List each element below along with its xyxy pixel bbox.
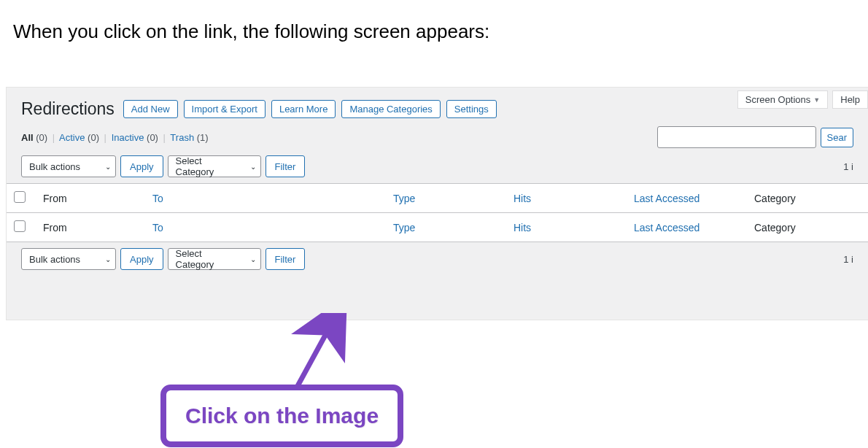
- col-last-accessed[interactable]: Last Accessed: [627, 184, 747, 213]
- annotation-layer: Click on the Image: [0, 320, 868, 448]
- learn-more-button[interactable]: Learn More: [271, 100, 336, 118]
- bulk-actions-select-bottom[interactable]: Bulk actions ⌄: [21, 248, 116, 270]
- filter-trash[interactable]: Trash: [170, 132, 194, 143]
- import-export-button[interactable]: Import & Export: [184, 100, 266, 118]
- category-select-label: Select Category: [176, 155, 243, 177]
- col-type-footer[interactable]: Type: [386, 213, 506, 242]
- callout-box: Click on the Image: [160, 385, 403, 447]
- col-from-footer[interactable]: From: [36, 213, 145, 242]
- filter-active[interactable]: Active: [59, 132, 85, 143]
- search-area: Sear: [657, 126, 853, 148]
- filter-inactive-count: (0): [147, 132, 158, 143]
- bulk-actions-select[interactable]: Bulk actions ⌄: [21, 155, 116, 177]
- select-all-header: [7, 184, 36, 213]
- screen-options-button[interactable]: Screen Options ▼: [737, 90, 829, 109]
- screen-options-label: Screen Options: [745, 94, 811, 105]
- category-select-label-bottom: Select Category: [176, 248, 243, 270]
- apply-button-top[interactable]: Apply: [120, 155, 163, 177]
- search-button[interactable]: Sear: [821, 128, 853, 147]
- manage-categories-button[interactable]: Manage Categories: [341, 100, 440, 118]
- help-button[interactable]: Help: [832, 90, 868, 109]
- item-count-bottom: 1 i: [843, 254, 853, 265]
- settings-button[interactable]: Settings: [446, 100, 497, 118]
- col-to[interactable]: To: [145, 184, 386, 213]
- add-new-button[interactable]: Add New: [123, 100, 178, 118]
- help-label: Help: [840, 94, 860, 105]
- admin-panel: Screen Options ▼ Help Redirections Add N…: [6, 87, 868, 320]
- page-title: Redirections: [21, 99, 115, 119]
- status-filters: All (0) | Active (0) | Inactive (0) | Tr…: [21, 132, 209, 143]
- col-from[interactable]: From: [36, 184, 145, 213]
- table-header-row: From To Type Hits Last Accessed Category: [7, 184, 868, 213]
- separator: |: [50, 132, 57, 143]
- arrow-icon: [284, 313, 350, 393]
- filter-button-top[interactable]: Filter: [266, 155, 306, 177]
- intro-text: When you click on the link, the followin…: [0, 0, 868, 43]
- chevron-down-icon: ⌄: [250, 255, 256, 263]
- redirections-table: From To Type Hits Last Accessed Category…: [7, 183, 868, 242]
- chevron-down-icon: ⌄: [250, 163, 256, 171]
- filter-active-count: (0): [88, 132, 99, 143]
- spacer: [7, 276, 868, 320]
- bulk-actions-label-bottom: Bulk actions: [29, 254, 80, 265]
- category-select-bottom[interactable]: Select Category ⌄: [168, 248, 261, 270]
- separator: |: [102, 132, 109, 143]
- top-right-tabs: Screen Options ▼ Help: [737, 90, 868, 109]
- chevron-down-icon: ⌄: [105, 255, 111, 263]
- col-to-footer[interactable]: To: [145, 213, 386, 242]
- select-all-checkbox[interactable]: [14, 191, 26, 203]
- filter-all[interactable]: All: [21, 132, 34, 143]
- caret-down-icon: ▼: [813, 96, 820, 104]
- col-hits[interactable]: Hits: [506, 184, 627, 213]
- col-last-accessed-footer[interactable]: Last Accessed: [627, 213, 747, 242]
- chevron-down-icon: ⌄: [105, 163, 111, 171]
- select-all-footer-cell: [7, 213, 36, 242]
- separator: |: [161, 132, 168, 143]
- item-count-top: 1 i: [843, 161, 853, 172]
- filter-trash-count: (1): [197, 132, 209, 143]
- col-category[interactable]: Category: [747, 184, 868, 213]
- filter-button-bottom[interactable]: Filter: [266, 248, 306, 270]
- filter-inactive[interactable]: Inactive: [112, 132, 144, 143]
- search-input[interactable]: [657, 126, 816, 148]
- col-type[interactable]: Type: [386, 184, 506, 213]
- filter-all-count: (0): [36, 132, 47, 143]
- table-footer-row: From To Type Hits Last Accessed Category: [7, 213, 868, 242]
- callout-text: Click on the Image: [185, 403, 379, 428]
- select-all-checkbox-footer[interactable]: [14, 220, 26, 232]
- bulk-row-top: Bulk actions ⌄ Apply Select Category ⌄ F…: [7, 155, 868, 183]
- col-category-footer[interactable]: Category: [747, 213, 868, 242]
- bulk-actions-label: Bulk actions: [29, 161, 80, 172]
- apply-button-bottom[interactable]: Apply: [120, 248, 163, 270]
- bulk-row-bottom: Bulk actions ⌄ Apply Select Category ⌄ F…: [7, 242, 868, 276]
- filter-row: All (0) | Active (0) | Inactive (0) | Tr…: [7, 126, 868, 155]
- category-select-top[interactable]: Select Category ⌄: [168, 155, 261, 177]
- col-hits-footer[interactable]: Hits: [506, 213, 627, 242]
